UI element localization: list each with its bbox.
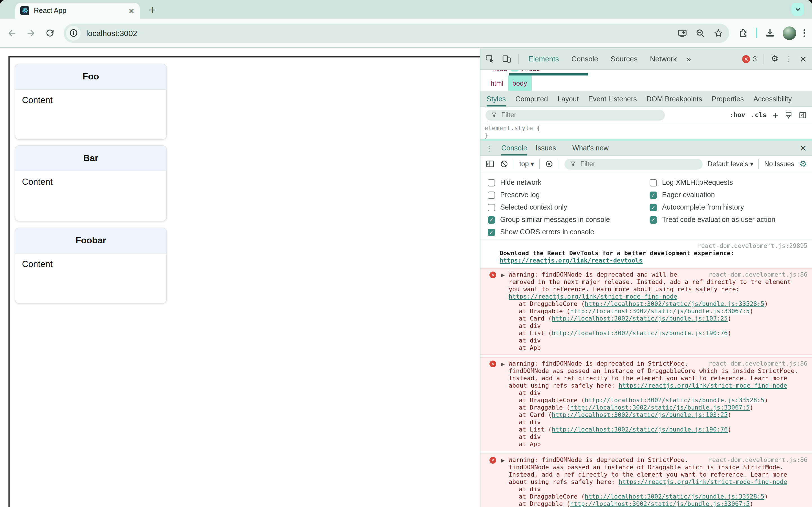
card-title[interactable]: Bar <box>15 146 166 171</box>
new-tab-button[interactable]: + <box>148 4 156 15</box>
element-style-rule[interactable]: element.style { } <box>480 123 812 140</box>
setting-hide-network[interactable]: Hide network <box>488 176 610 189</box>
url-bar[interactable]: localhost:3002 <box>64 23 729 43</box>
setting-user-action[interactable]: Treat code evaluation as user action <box>650 214 775 226</box>
card-title[interactable]: Foo <box>15 64 166 90</box>
browser-tab[interactable]: React App × <box>15 3 140 18</box>
close-tab-icon[interactable]: × <box>128 7 135 15</box>
card-bar[interactable]: Bar Content <box>15 145 167 221</box>
console-sidebar-icon[interactable] <box>486 159 495 168</box>
drawer-tab-whats-new[interactable]: What's new <box>572 141 608 156</box>
rendering-icon[interactable] <box>784 111 793 119</box>
styles-filter-input[interactable]: Filter <box>486 110 665 120</box>
toggle-hover-state[interactable]: :hov <box>730 111 745 119</box>
checkbox[interactable] <box>650 216 657 223</box>
downloads-icon[interactable] <box>765 27 775 38</box>
error-count-badge[interactable]: × 3 <box>742 55 757 63</box>
dock-sidebar-icon[interactable] <box>799 111 807 119</box>
console-settings-gear-icon[interactable]: ⚙ <box>799 160 807 168</box>
setting-log-xhr[interactable]: Log XMLHttpRequests <box>650 176 775 189</box>
breadcrumb-body[interactable]: body <box>508 75 531 91</box>
collapsed-content-icon[interactable] <box>510 70 518 71</box>
bundle-link[interactable]: http://localhost:3002/static/js/bundle.j… <box>552 315 728 322</box>
card-foo[interactable]: Foo Content <box>15 64 167 140</box>
expand-triangle-icon[interactable]: ▶ <box>501 272 505 279</box>
device-toolbar-icon[interactable] <box>502 54 511 64</box>
context-selector[interactable]: top ▾ <box>519 160 534 168</box>
setting-group-similar[interactable]: Group similar messages in console <box>488 214 610 226</box>
bundle-link[interactable]: http://localhost:3002/static/js/bundle.j… <box>552 330 728 337</box>
back-icon[interactable] <box>7 28 17 38</box>
reload-icon[interactable] <box>45 28 55 38</box>
docs-link[interactable]: https://reactjs.org/link/strict-mode-fin… <box>619 478 787 486</box>
tab-accessibility[interactable]: Accessibility <box>753 92 792 106</box>
profile-avatar[interactable] <box>783 26 796 40</box>
checkbox[interactable] <box>650 191 657 199</box>
close-devtools-icon[interactable]: × <box>799 54 807 63</box>
tab-event-listeners[interactable]: Event Listeners <box>589 92 637 106</box>
inspect-element-icon[interactable] <box>486 54 495 64</box>
source-link[interactable]: react-dom.development.js:86 <box>709 456 808 464</box>
more-tabs-icon[interactable]: » <box>687 54 691 63</box>
setting-cors-errors[interactable]: Show CORS errors in console <box>488 226 610 238</box>
expand-triangle-icon[interactable]: ▶ <box>501 457 505 464</box>
install-app-icon[interactable] <box>677 28 688 38</box>
checkbox[interactable] <box>488 191 495 199</box>
devtools-link[interactable]: https://reactjs.org/link/react-devtools <box>500 257 643 264</box>
tab-elements[interactable]: Elements <box>528 55 559 63</box>
setting-preserve-log[interactable]: Preserve log <box>488 189 610 201</box>
issues-counter[interactable]: No Issues <box>764 160 794 168</box>
tab-sources[interactable]: Sources <box>611 55 638 63</box>
close-drawer-icon[interactable]: × <box>799 144 807 153</box>
checkbox[interactable] <box>488 179 495 186</box>
settings-gear-icon[interactable]: ⚙ <box>771 55 778 63</box>
tab-dom-breakpoints[interactable]: DOM Breakpoints <box>647 92 702 106</box>
docs-link[interactable]: https://reactjs.org/link/strict-mode-fin… <box>619 382 787 389</box>
bundle-link[interactable]: http://localhost:3002/static/js/bundle.j… <box>552 411 728 418</box>
tab-styles[interactable]: Styles <box>487 92 506 106</box>
bookmark-star-icon[interactable] <box>713 28 723 38</box>
site-info-icon[interactable] <box>66 25 81 40</box>
live-expression-eye-icon[interactable] <box>545 159 554 168</box>
bundle-link[interactable]: http://localhost:3002/static/js/bundle.j… <box>552 426 728 433</box>
bundle-link[interactable]: http://localhost:3002/static/js/bundle.j… <box>585 300 764 307</box>
bundle-link[interactable]: http://localhost:3002/static/js/bundle.j… <box>585 397 764 404</box>
tab-layout[interactable]: Layout <box>557 92 578 106</box>
tab-properties[interactable]: Properties <box>712 92 744 106</box>
bundle-link[interactable]: http://localhost:3002/static/js/bundle.j… <box>570 404 750 411</box>
source-link[interactable]: react-dom.development.js:86 <box>709 360 808 367</box>
tab-search-chevron-button[interactable] <box>791 3 804 16</box>
new-style-rule-icon[interactable]: + <box>772 111 779 119</box>
expand-triangle-icon[interactable]: ▶ <box>501 360 505 368</box>
tab-computed[interactable]: Computed <box>515 92 548 106</box>
drawer-menu-icon[interactable]: ⋮ <box>486 145 493 152</box>
docs-link[interactable]: https://reactjs.org/link/strict-mode-fin… <box>509 293 677 300</box>
drawer-tab-issues[interactable]: Issues <box>536 141 556 156</box>
zoom-out-icon[interactable] <box>695 28 705 38</box>
card-foobar[interactable]: Foobar Content <box>15 228 167 304</box>
checkbox[interactable] <box>650 204 657 211</box>
console-filter-input[interactable]: Filter <box>564 159 702 169</box>
browser-menu-icon[interactable] <box>804 29 805 37</box>
devtools-menu-icon[interactable]: ⋮ <box>785 55 793 62</box>
elements-tree-clipped-row[interactable]: head/head <box>480 70 812 75</box>
bundle-link[interactable]: http://localhost:3002/static/js/bundle.j… <box>585 493 764 500</box>
breadcrumb-html[interactable]: html <box>486 75 508 91</box>
setting-selected-context[interactable]: Selected context only <box>488 201 610 214</box>
setting-autocomplete-history[interactable]: Autocomplete from history <box>650 201 775 214</box>
checkbox[interactable] <box>488 228 495 236</box>
tab-console[interactable]: Console <box>571 55 598 63</box>
card-title[interactable]: Foobar <box>15 228 166 253</box>
forward-icon[interactable] <box>26 28 36 38</box>
checkbox[interactable] <box>488 204 495 211</box>
clear-console-icon[interactable] <box>500 159 509 168</box>
bundle-link[interactable]: http://localhost:3002/static/js/bundle.j… <box>570 500 750 507</box>
source-link[interactable]: react-dom.development.js:86 <box>709 271 808 278</box>
extensions-puzzle-icon[interactable] <box>738 27 749 38</box>
checkbox[interactable] <box>488 216 495 223</box>
source-link[interactable]: react-dom.development.js:29895 <box>500 242 808 249</box>
log-levels-selector[interactable]: Default levels ▾ <box>708 160 754 168</box>
toggle-element-classes[interactable]: .cls <box>751 111 766 119</box>
setting-eager-evaluation[interactable]: Eager evaluation <box>650 189 775 201</box>
bundle-link[interactable]: http://localhost:3002/static/js/bundle.j… <box>570 307 750 315</box>
